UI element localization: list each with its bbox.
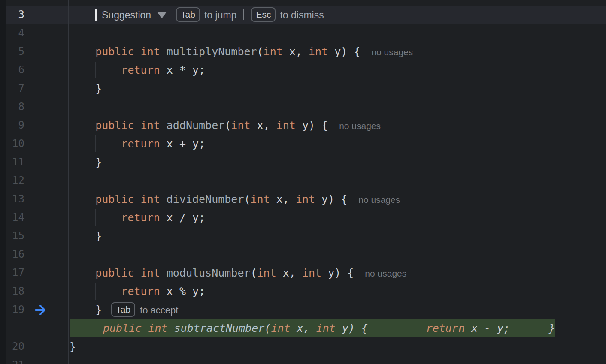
code-token: y) { <box>328 45 360 58</box>
keyboard-key-badge: Tab <box>111 302 135 317</box>
no-usages-hint[interactable]: no usages <box>371 47 413 57</box>
code-token: ( <box>250 267 257 279</box>
code-token: int <box>148 322 167 334</box>
keyboard-key-badge: Tab <box>176 7 200 22</box>
code-token: subtractNumber <box>174 322 265 334</box>
line-number[interactable]: 14 <box>12 208 24 227</box>
code-token: y) { <box>315 193 347 205</box>
code-line[interactable]: 21 <box>0 356 606 364</box>
line-number[interactable]: 17 <box>12 264 24 282</box>
code-content: return x * y; <box>69 61 606 79</box>
code-line[interactable]: 15 } <box>0 227 606 245</box>
code-line[interactable]: 11 } <box>0 153 606 171</box>
line-number[interactable]: 7 <box>18 79 24 98</box>
code-token: x + y; <box>160 138 205 150</box>
code-token: int <box>276 119 296 132</box>
code-token <box>160 119 167 132</box>
code-token: int <box>264 45 283 58</box>
code-token <box>160 267 167 279</box>
indent-guide <box>95 135 96 152</box>
line-number[interactable]: 9 <box>18 116 24 135</box>
gutter: 4 <box>0 24 69 42</box>
gutter: 15 <box>0 227 69 245</box>
line-number[interactable]: 6 <box>18 61 24 79</box>
code-line[interactable]: 18 return x % y; <box>0 282 606 301</box>
line-number[interactable]: 15 <box>12 227 24 245</box>
code-content: } <box>69 79 606 98</box>
code-line[interactable]: 4 <box>0 24 606 42</box>
code-token: x / y; <box>160 211 205 224</box>
code-token: y) { <box>321 267 354 279</box>
code-content: return x / y; <box>69 208 606 227</box>
code-line[interactable]: 13 public int divideNumber(int x, int y)… <box>0 190 606 208</box>
code-content: return x % y; <box>69 282 606 301</box>
code-line[interactable]: 9 public int addNumber(int x, int y) {no… <box>0 116 606 135</box>
gutter: 6 <box>0 61 69 79</box>
code-token: x, <box>270 193 296 205</box>
accept-action-label: to accept <box>140 305 178 316</box>
line-number[interactable]: 21 <box>12 356 24 364</box>
code-token: return <box>121 211 160 224</box>
code-token <box>134 193 141 205</box>
code-content <box>69 356 606 364</box>
suggestion-code-block[interactable]: public int subtractNumber(int x, int y) … <box>70 319 555 337</box>
code-token: } <box>70 156 102 168</box>
line-number[interactable]: 19 <box>12 301 24 319</box>
chevron-down-icon[interactable] <box>157 12 167 18</box>
line-number[interactable]: 8 <box>18 98 24 116</box>
code-token: x, <box>283 45 309 58</box>
code-token: } <box>70 82 102 95</box>
code-line[interactable]: 12 <box>0 171 606 190</box>
code-token <box>70 119 95 132</box>
line-number[interactable]: 13 <box>12 190 24 208</box>
line-number[interactable]: 12 <box>12 171 24 190</box>
jump-arrow-icon[interactable] <box>34 304 47 318</box>
code-line[interactable]: 8 <box>0 98 606 116</box>
line-number[interactable]: 3 <box>18 6 24 24</box>
gutter: 5 <box>0 42 69 61</box>
gutter: 3 <box>0 6 69 24</box>
code-token: } <box>70 304 102 316</box>
code-line[interactable]: 3SuggestionTabto jumpEscto dismiss <box>0 6 606 24</box>
code-line[interactable]: 16 <box>0 245 606 264</box>
code-line[interactable]: 7 } <box>0 79 606 98</box>
code-token <box>70 267 95 279</box>
code-line[interactable]: 5 public int multiplyNumber(int x, int y… <box>0 42 606 61</box>
no-usages-hint[interactable]: no usages <box>358 195 400 205</box>
code-content: return x + y; <box>69 135 606 153</box>
code-line[interactable]: 20} <box>0 337 606 356</box>
line-number[interactable]: 4 <box>18 24 24 42</box>
code-token <box>134 119 141 132</box>
code-token <box>160 45 167 58</box>
code-token: } <box>549 322 555 334</box>
line-number[interactable]: 18 <box>12 282 24 301</box>
code-line[interactable]: 10 return x + y; <box>0 135 606 153</box>
code-line[interactable]: 14 return x / y; <box>0 208 606 227</box>
code-token <box>510 322 548 334</box>
code-token: int <box>316 322 336 334</box>
code-token: public <box>95 193 134 205</box>
code-line[interactable]: 19 }Tabto accept <box>0 301 606 319</box>
suggestion-dropdown-label[interactable]: Suggestion <box>102 9 151 21</box>
suggestion-preview-line[interactable]: public int subtractNumber(int x, int y) … <box>0 319 606 337</box>
line-number[interactable]: 10 <box>12 135 24 153</box>
gutter-strip <box>0 0 6 364</box>
no-usages-hint[interactable]: no usages <box>365 268 406 278</box>
keyboard-key-badge: Esc <box>251 7 276 22</box>
code-content: public int multiplyNumber(int x, int y) … <box>69 42 606 61</box>
line-number[interactable]: 20 <box>12 337 24 356</box>
gutter: 20 <box>0 337 69 356</box>
code-token: x * y; <box>160 64 205 76</box>
code-line[interactable]: 17 public int modulusNumber(int x, int y… <box>0 264 606 282</box>
code-content: public int modulusNumber(int x, int y) {… <box>69 264 606 282</box>
line-number[interactable]: 16 <box>12 245 24 264</box>
code-token <box>70 45 95 58</box>
line-number[interactable]: 11 <box>12 153 24 171</box>
code-line[interactable]: 6 return x * y; <box>0 61 606 79</box>
gutter: 17 <box>0 264 69 282</box>
line-number[interactable]: 5 <box>18 42 24 61</box>
esc-action-label: to dismiss <box>280 9 324 21</box>
code-editor[interactable]: 3SuggestionTabto jumpEscto dismiss45 pub… <box>0 0 606 364</box>
code-token <box>368 322 426 334</box>
no-usages-hint[interactable]: no usages <box>339 121 381 131</box>
